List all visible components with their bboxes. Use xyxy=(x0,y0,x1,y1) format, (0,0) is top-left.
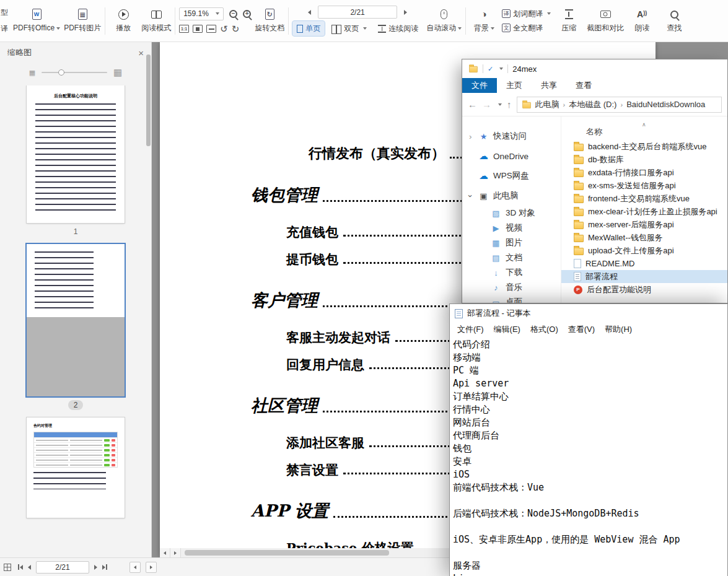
next-page-icon[interactable] xyxy=(404,10,407,15)
file-row[interactable]: db-数据库 xyxy=(561,153,727,166)
sidebar-nav-item[interactable]: 视频 xyxy=(462,220,561,235)
scroll-right-button[interactable] xyxy=(170,548,181,557)
notepad-titlebar[interactable]: 部署流程 - 记事本 xyxy=(450,304,727,323)
file-row[interactable]: mex-clear-计划任务止盈止损服务api xyxy=(561,205,727,218)
sidebar-nav-item[interactable]: 音乐 xyxy=(462,280,561,295)
forward-button[interactable] xyxy=(482,99,491,110)
breadcrumb-item[interactable]: 此电脑 xyxy=(535,99,559,110)
find-button[interactable]: 查找 xyxy=(660,2,688,40)
rotate-document-button[interactable]: 旋转文档 xyxy=(255,2,284,40)
next-view-button[interactable] xyxy=(146,562,157,573)
file-row[interactable]: README.MD xyxy=(561,257,727,270)
menu-item[interactable]: 文件(F) xyxy=(452,324,489,335)
single-page-button[interactable]: 单页 xyxy=(292,21,325,36)
up-button[interactable] xyxy=(507,99,512,110)
file-row[interactable]: ex-sms-发送短信服务api xyxy=(561,179,727,192)
first-page-button[interactable] xyxy=(18,564,23,570)
screenshot-compare-button[interactable]: 截图和对比 xyxy=(587,2,624,40)
previous-page-icon[interactable] xyxy=(308,10,311,15)
file-row[interactable]: exdata-行情接口服务api xyxy=(561,166,727,179)
ribbon-tab[interactable]: 共享 xyxy=(532,78,566,93)
background-button[interactable]: 背景 xyxy=(470,2,498,40)
scrollbar-thumb[interactable] xyxy=(185,550,389,556)
file-row[interactable]: mex-server-后端服务api xyxy=(561,218,727,231)
breadcrumb-item[interactable]: 本地磁盘 (D:) xyxy=(569,99,616,110)
sidebar-nav-icon xyxy=(491,283,501,292)
zoom-level-select[interactable]: 159.1% xyxy=(179,7,224,20)
quick-access-check-icon[interactable] xyxy=(488,65,493,73)
column-header-name[interactable]: 名称 xyxy=(561,124,727,140)
page-number-input[interactable] xyxy=(318,6,397,19)
sidebar-nav-item[interactable]: 此电脑 xyxy=(462,186,561,206)
explorer-titlebar[interactable]: 24mex xyxy=(462,59,727,78)
file-type-icon xyxy=(574,259,581,268)
scroll-left-button[interactable] xyxy=(160,548,170,557)
double-page-button[interactable]: 双页 xyxy=(327,21,371,36)
menu-item[interactable]: 编辑(E) xyxy=(489,324,525,335)
grid-view-icon[interactable] xyxy=(4,564,11,571)
file-row[interactable]: 部署流程 xyxy=(561,270,727,283)
read-mode-button[interactable]: 阅读模式 xyxy=(141,2,171,40)
clipped-button-label[interactable]: 译 xyxy=(1,24,9,34)
menu-item[interactable]: 格式(O) xyxy=(525,324,563,335)
next-page-button[interactable] xyxy=(94,565,97,570)
read-aloud-button[interactable]: 朗读 xyxy=(628,2,656,40)
ribbon-tab[interactable]: 主页 xyxy=(497,78,532,93)
compress-button[interactable]: 压缩 xyxy=(555,2,583,40)
full-translate-button[interactable]: 全文翻译 xyxy=(502,23,551,33)
left-arrow-icon xyxy=(164,551,166,555)
sidebar-nav-item[interactable]: 桌面 xyxy=(462,295,561,303)
chevron-down-icon[interactable] xyxy=(498,103,502,108)
menu-item[interactable]: 查看(V) xyxy=(563,324,600,335)
camera-icon xyxy=(600,11,611,18)
play-button[interactable]: 播放 xyxy=(109,2,138,40)
fit-width-button[interactable] xyxy=(206,25,216,33)
clipped-toolbar-buttons[interactable]: 型 译 xyxy=(0,7,9,34)
auto-scroll-button[interactable]: 自动滚动 xyxy=(426,2,462,40)
slider-knob[interactable] xyxy=(58,69,64,76)
back-button[interactable] xyxy=(468,99,477,110)
previous-view-button[interactable] xyxy=(129,562,141,573)
thumbnail-page-3[interactable]: 合约对管理 xyxy=(27,417,125,518)
prev-page-button[interactable] xyxy=(28,565,31,570)
address-bar[interactable]: 此电脑 本地磁盘 (D:) BaiduNetdiskDownloa xyxy=(517,97,722,113)
thumbnail-size-slider[interactable] xyxy=(42,72,107,73)
menu-item[interactable]: 帮助(H) xyxy=(600,324,637,335)
ribbon-tab[interactable]: 查看 xyxy=(566,78,601,93)
chevron-down-icon[interactable] xyxy=(499,68,503,72)
sidebar-nav-item[interactable]: 快速访问 xyxy=(462,126,561,146)
pdf-to-image-button[interactable]: PDF转图片 xyxy=(64,2,101,40)
sidebar-nav-item[interactable]: 下载 xyxy=(462,265,561,280)
double-page-label: 双页 xyxy=(344,24,359,34)
rotate-left-icon[interactable] xyxy=(220,24,228,35)
sidebar-nav-item[interactable]: WPS网盘 xyxy=(462,166,561,186)
clipped-button-label[interactable]: 型 xyxy=(1,7,9,18)
statusbar-page-input[interactable] xyxy=(36,561,89,574)
zoom-out-icon[interactable] xyxy=(229,10,237,18)
thumbnail-page-1[interactable]: 后台配置核心功能说明 xyxy=(27,85,125,223)
last-page-button[interactable] xyxy=(102,564,107,570)
continuous-reading-button[interactable]: 连续阅读 xyxy=(374,21,423,36)
sidebar-nav-item[interactable]: 文档 xyxy=(462,250,561,265)
file-row[interactable]: upload-文件上传服务api xyxy=(561,244,727,257)
thumbnail-page-2-current[interactable] xyxy=(27,244,125,396)
breadcrumb-item[interactable]: BaiduNetdiskDownloa xyxy=(626,100,705,109)
sidebar-nav-item[interactable]: OneDrive xyxy=(462,146,561,166)
rotate-right-icon[interactable] xyxy=(232,24,240,35)
zoom-in-icon[interactable] xyxy=(243,10,251,18)
thumbnail-panel-scrollbar[interactable] xyxy=(146,55,151,146)
sidebar-nav-item[interactable]: 3D 对象 xyxy=(462,206,561,220)
notepad-text-area[interactable]: 代码介绍 移动端 PC 端 Api server 订单结算中心 行情中心 网站后… xyxy=(450,336,727,576)
sidebar-nav-item[interactable]: 图片 xyxy=(462,235,561,250)
file-row[interactable]: frontend-主交易前端系统vue xyxy=(561,192,727,205)
pdf-to-office-button[interactable]: PDF转Office xyxy=(13,2,60,40)
close-icon[interactable] xyxy=(138,48,144,58)
file-row[interactable]: 后台配置功能说明 xyxy=(561,283,727,296)
fit-page-button[interactable] xyxy=(193,25,203,33)
file-row[interactable]: MexWallet--钱包服务 xyxy=(561,231,727,244)
ribbon-tab[interactable]: 文件 xyxy=(462,78,497,93)
word-translate-button[interactable]: 划词翻译 xyxy=(502,9,551,19)
actual-size-button[interactable]: 1:1 xyxy=(179,25,189,33)
file-row[interactable]: backend-主交易后台前端系统vue xyxy=(561,140,727,153)
text-line: 前端代码技术栈：Vue xyxy=(453,481,725,494)
